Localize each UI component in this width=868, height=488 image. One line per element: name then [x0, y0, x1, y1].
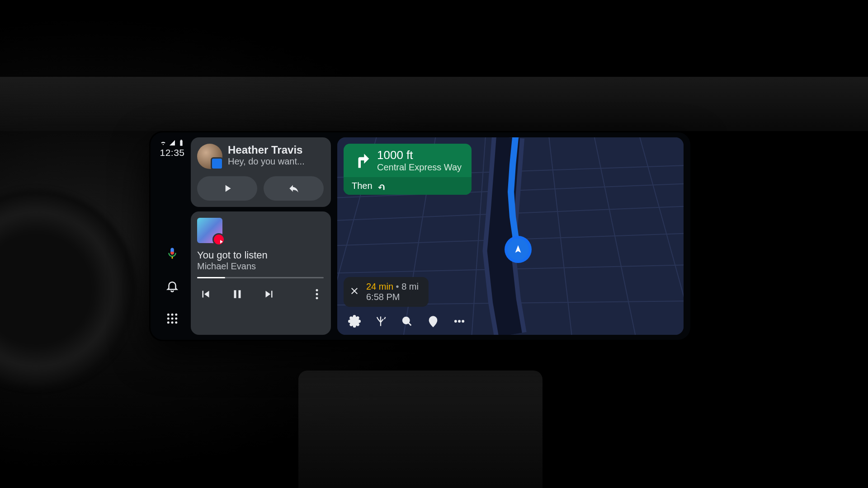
pause-button[interactable] [231, 287, 244, 301]
map-panel[interactable]: 1000 ft Central Express Way Then 24 min … [337, 137, 684, 335]
message-card[interactable]: Heather Travis Hey, do you want... [191, 137, 331, 207]
svg-point-6 [167, 321, 170, 324]
svg-point-4 [171, 318, 174, 320]
track-title: You got to listen [197, 249, 324, 261]
media-more-button[interactable] [310, 287, 324, 301]
map-settings-button[interactable] [348, 315, 361, 328]
close-icon [349, 286, 360, 296]
pin-icon [427, 315, 439, 328]
svg-point-7 [171, 321, 174, 324]
media-card[interactable]: You got to listen Michael Evans [191, 211, 331, 335]
skip-next-icon [262, 287, 276, 301]
reply-icon [288, 183, 300, 194]
eta-separator: • [396, 282, 402, 291]
eta-card[interactable]: 24 min • 8 mi 6:58 PM [344, 277, 429, 307]
svg-point-1 [171, 314, 174, 316]
map-toolbar [344, 312, 470, 330]
eta-arrival: 6:58 PM [366, 292, 419, 302]
reply-button[interactable] [264, 176, 324, 201]
eta-duration: 24 min [366, 282, 393, 291]
clock: 12:35 [160, 147, 184, 158]
svg-point-26 [403, 317, 409, 324]
svg-point-30 [458, 320, 461, 323]
svg-point-11 [316, 297, 318, 299]
search-button[interactable] [401, 315, 413, 328]
current-location-marker [505, 236, 532, 263]
mic-icon [165, 247, 179, 260]
gear-icon [348, 315, 361, 328]
svg-point-2 [175, 314, 177, 316]
turn-road: Central Express Way [377, 162, 462, 173]
routes-button[interactable] [374, 315, 387, 328]
svg-line-27 [409, 323, 411, 326]
turn-right-icon [351, 150, 371, 170]
skip-previous-icon [199, 287, 212, 301]
album-art [197, 218, 222, 243]
sender-avatar [197, 144, 222, 169]
notifications-button[interactable] [162, 276, 182, 296]
more-vert-icon [310, 287, 324, 301]
svg-point-31 [462, 320, 464, 323]
steering-wheel [0, 190, 136, 389]
pin-button[interactable] [427, 315, 439, 328]
direction-card[interactable]: 1000 ft Central Express Way Then [344, 144, 472, 195]
wifi-icon [160, 139, 167, 146]
playback-progress[interactable] [197, 277, 324, 278]
eta-distance: 8 mi [401, 282, 419, 291]
search-icon [401, 315, 413, 328]
close-eta-button[interactable] [349, 286, 360, 298]
svg-point-10 [316, 293, 318, 296]
apps-icon [165, 312, 179, 325]
app-grid-button[interactable] [162, 309, 182, 328]
bell-icon [165, 279, 179, 293]
sender-name: Heather Travis [228, 144, 305, 156]
signal-icon [169, 139, 176, 146]
cards-column: Heather Travis Hey, do you want... You g… [191, 137, 331, 335]
svg-point-28 [432, 319, 434, 322]
previous-button[interactable] [199, 287, 212, 301]
alt-route-icon [374, 315, 387, 328]
system-rail: 12:35 [154, 137, 191, 335]
play-icon [222, 183, 233, 194]
nav-arrow-icon [513, 244, 523, 254]
svg-point-8 [175, 321, 177, 324]
pause-icon [231, 287, 244, 301]
turn-distance: 1000 ft [377, 148, 462, 162]
next-button[interactable] [262, 287, 276, 301]
svg-point-5 [175, 318, 177, 320]
svg-point-9 [316, 289, 318, 291]
assistant-button[interactable] [162, 244, 182, 263]
map-more-button[interactable] [453, 315, 466, 328]
message-preview: Hey, do you want... [228, 156, 305, 167]
svg-point-3 [167, 318, 170, 320]
head-unit-screen: 12:35 Heather Travis Hey, do you want... [149, 131, 692, 341]
svg-point-0 [167, 314, 170, 316]
more-horiz-icon [453, 315, 466, 328]
play-message-button[interactable] [197, 176, 257, 201]
battery-icon [178, 139, 185, 146]
status-icons [160, 139, 185, 146]
svg-point-29 [455, 320, 457, 323]
then-label: Then [352, 181, 373, 191]
u-turn-icon [377, 181, 387, 191]
track-artist: Michael Evans [197, 261, 324, 272]
